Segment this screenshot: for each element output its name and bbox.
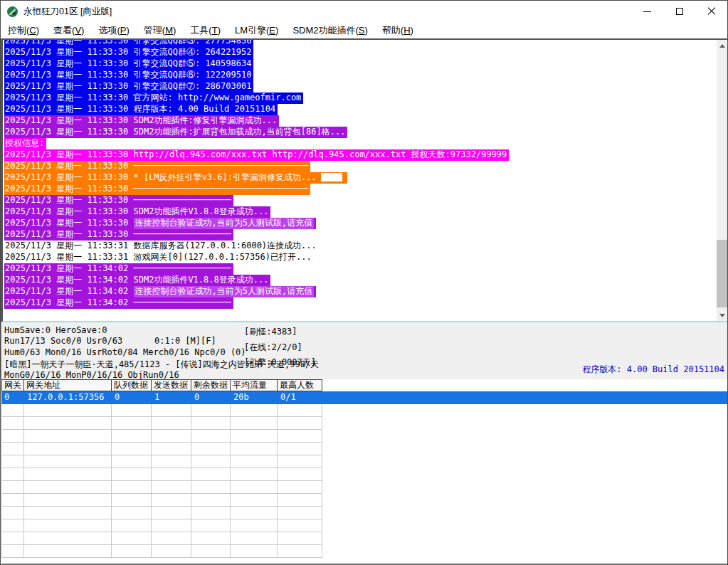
- log-line: 2025/11/3 星期一 11:34:02 SDM2功能插件V1.8.8登录成…: [4, 274, 716, 285]
- gateway-empty-row: [1, 532, 728, 545]
- log-line: 2025/11/3 星期一 11:33:30 官方网站: http://www.…: [4, 92, 716, 103]
- menu-item-m[interactable]: 管理(M): [137, 23, 184, 38]
- menu-item-c[interactable]: 控制(C): [1, 23, 46, 38]
- gateway-empty-cell: [231, 519, 278, 532]
- menu-item-s[interactable]: SDM2功能插件(S): [285, 23, 374, 38]
- menu-item-v[interactable]: 查看(V): [46, 23, 91, 38]
- gateway-empty-cell: [152, 404, 191, 417]
- gateway-empty-cell: [231, 468, 278, 481]
- log-segment: 2025/11/3 星期一 11:33:31 数据库服务器(127.0.0.1:…: [4, 241, 319, 252]
- gateway-empty-cell: [112, 430, 152, 443]
- gateway-empty-cell: [191, 519, 231, 532]
- log-line: 2025/11/3 星期一 11:33:30 程序版本: 4.00 Build …: [4, 103, 716, 115]
- log-line: 2025/11/3 星期一 11:33:30 SDM2功能插件:扩展背包加载成功…: [4, 126, 716, 137]
- gateway-empty-cell: [231, 494, 278, 507]
- gateway-empty-cell: [191, 417, 231, 430]
- gateway-cell: 0: [191, 391, 231, 404]
- log-highlight-segment: 连接控制台验证成功,当前为5人测试版,请充值: [134, 286, 315, 297]
- maximize-button[interactable]: [663, 1, 695, 22]
- gateway-empty-row: [1, 455, 728, 468]
- maximize-icon: [676, 8, 683, 15]
- log-line: 授权信息:: [4, 137, 716, 149]
- log-segment: 2025/11/3 星期一 11:33:31 游戏网关[0](127.0.0.1…: [4, 252, 314, 263]
- log-line: 2025/11/3 星期一 11:33:31 游戏网关[0](127.0.0.1…: [4, 251, 716, 263]
- log-line: 2025/11/3 星期一 11:33:30 ─────────────────…: [4, 183, 716, 194]
- gateway-column-header[interactable]: 发送数据: [152, 379, 191, 391]
- gateway-empty-cell: [278, 430, 322, 443]
- gateway-column-header[interactable]: 队列数据: [112, 379, 152, 391]
- gateway-empty-cell: [231, 481, 278, 494]
- gateway-row-selected[interactable]: 0127.0.0.1:5735601020b0/1: [1, 391, 728, 404]
- gateway-empty-cell: [278, 417, 322, 430]
- log-line: 2025/11/3 星期一 11:33:30 * [LM反外挂引擎v3.6]:引…: [4, 171, 716, 183]
- gateway-empty-cell: [191, 468, 231, 481]
- gateway-column-header[interactable]: 平均流量: [231, 379, 278, 391]
- log-scrollbar[interactable]: [717, 40, 727, 321]
- log-segment: 2025/11/3 星期一 11:34:02 SDM2功能插件V1.8.8登录成…: [4, 275, 270, 286]
- log-console[interactable]: 2025/11/3 星期一 11:33:30 引擎交流QQ群③: 2777348…: [1, 38, 728, 322]
- log-line: 2025/11/3 星期一 11:33:30 ─────────────────…: [4, 228, 716, 240]
- gateway-empty-cell: [1, 404, 24, 417]
- gateway-empty-cell: [1, 545, 24, 558]
- scrollbar-up-button[interactable]: [717, 40, 727, 51]
- log-line: 2025/11/3 星期一 11:33:30 引擎交流QQ群⑥: 1222095…: [4, 69, 716, 80]
- scrollbar-down-button[interactable]: [717, 310, 727, 321]
- gateway-empty-cell: [24, 443, 112, 455]
- window-controls: [631, 1, 727, 22]
- status-mon-counters: MonG0/16/16 MonP0/16/16 ObjRun0/16: [4, 370, 179, 380]
- menu-item-e[interactable]: LM引擎(E): [228, 23, 285, 38]
- gateway-empty-cell: [152, 519, 191, 532]
- gateway-empty-cell: [24, 455, 112, 468]
- gateway-empty-cell: [152, 494, 191, 507]
- gateway-column-header[interactable]: 剩余数据: [191, 379, 231, 391]
- menu-item-p[interactable]: 选项(P): [91, 23, 136, 38]
- gateway-empty-cell: [191, 494, 231, 507]
- log-line: 2025/11/3 星期一 11:34:02 ─────────────────…: [4, 297, 716, 308]
- gateway-empty-cell: [231, 545, 278, 558]
- status-spawn-count: [刷怪:4383]: [244, 326, 297, 338]
- log-segment: 2025/11/3 星期一 11:33:30 ─────────────────…: [4, 229, 233, 241]
- gateway-empty-cell: [24, 417, 112, 430]
- gateway-empty-cell: [1, 481, 24, 494]
- menu-item-h[interactable]: 帮助(H): [375, 23, 421, 38]
- gateway-empty-cell: [1, 468, 24, 481]
- log-segment: 授权信息:: [4, 138, 46, 149]
- gateway-empty-cell: [152, 507, 191, 519]
- minimize-icon: [643, 11, 651, 12]
- log-line: 2025/11/3 星期一 11:33:30 ─────────────────…: [4, 160, 716, 171]
- gateway-empty-cell: [191, 404, 231, 417]
- gateway-empty-cell: [1, 430, 24, 443]
- gateway-empty-cell: [231, 532, 278, 545]
- gateway-empty-row: [1, 519, 728, 532]
- close-button[interactable]: [695, 1, 727, 22]
- gateway-empty-cell: [152, 481, 191, 494]
- log-segment: 2025/11/3 星期一 11:33:30 SDM2功能插件V1.8.8登录成…: [4, 206, 270, 218]
- gateway-empty-cell: [152, 443, 191, 455]
- app-window: 永恒狂刀01区 [商业版] 控制(C)查看(V)选项(P)管理(M)工具(T)L…: [0, 0, 728, 565]
- log-line: 2025/11/3 星期一 11:33:30 连接控制台验证成功,当前为5人测试…: [4, 217, 716, 228]
- log-line: 2025/11/3 星期一 11:34:02 ─────────────────…: [4, 263, 716, 274]
- gateway-column-header[interactable]: 网关: [1, 379, 24, 391]
- gateway-column-header[interactable]: 网关地址: [24, 379, 112, 391]
- log-segment: 2025/11/3 星期一 11:34:02 ─────────────────…: [4, 263, 233, 275]
- log-segment: 2025/11/3 星期一 11:33:30 SDM2功能插件:扩展背包加载成功…: [4, 127, 347, 138]
- gateway-empty-cell: [231, 443, 278, 455]
- gateway-empty-cell: [152, 455, 191, 468]
- menu-item-t[interactable]: 工具(T): [183, 23, 228, 38]
- gateway-empty-cell: [1, 532, 24, 545]
- log-segment: 2025/11/3 星期一 11:34:02 连接控制台验证成功,当前为5人测试…: [4, 286, 316, 297]
- gateway-empty-cell: [278, 481, 322, 494]
- log-cursor-box: [321, 173, 342, 181]
- gateway-table[interactable]: 网关网关地址队列数据发送数据剩余数据平均流量最高人数 0127.0.0.1:57…: [1, 379, 728, 564]
- minimize-button[interactable]: [631, 1, 663, 22]
- gateway-empty-cell: [152, 532, 191, 545]
- scrollbar-thumb[interactable]: [717, 240, 727, 307]
- status-online-count: [在线:2/2/0]: [244, 342, 302, 354]
- status-engine-uptime: [引擎:0.0007天]: [244, 357, 316, 369]
- gateway-column-header[interactable]: 最高人数: [278, 379, 322, 391]
- gateway-empty-cell: [278, 545, 322, 558]
- gateway-empty-cell: [1, 443, 24, 455]
- log-line: 2025/11/3 星期一 11:34:02 连接控制台验证成功,当前为5人测试…: [4, 285, 716, 297]
- gateway-empty-cell: [191, 481, 231, 494]
- gateway-empty-cell: [278, 494, 322, 507]
